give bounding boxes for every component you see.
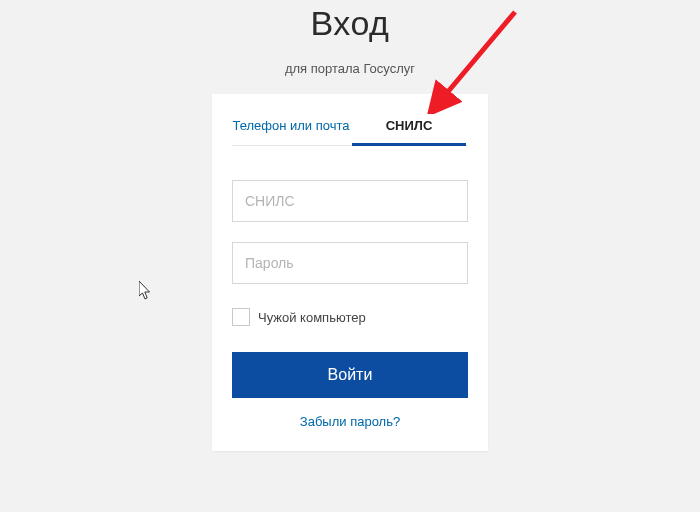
- page-title: Вход: [0, 0, 700, 43]
- forgot-password-link[interactable]: Забыли пароль?: [232, 414, 468, 429]
- foreign-computer-checkbox[interactable]: [232, 308, 250, 326]
- password-input[interactable]: [232, 242, 468, 284]
- login-button[interactable]: Войти: [232, 352, 468, 398]
- cursor-icon: [139, 281, 153, 301]
- login-tabs: Телефон или почта СНИЛС: [232, 108, 468, 146]
- tab-snils[interactable]: СНИЛС: [350, 108, 468, 145]
- tab-phone-email[interactable]: Телефон или почта: [232, 108, 350, 145]
- page-subtitle: для портала Госуслуг: [0, 61, 700, 76]
- foreign-computer-row: Чужой компьютер: [232, 308, 468, 326]
- foreign-computer-label[interactable]: Чужой компьютер: [258, 310, 366, 325]
- login-card: Телефон или почта СНИЛС Чужой компьютер …: [212, 94, 488, 451]
- snils-input[interactable]: [232, 180, 468, 222]
